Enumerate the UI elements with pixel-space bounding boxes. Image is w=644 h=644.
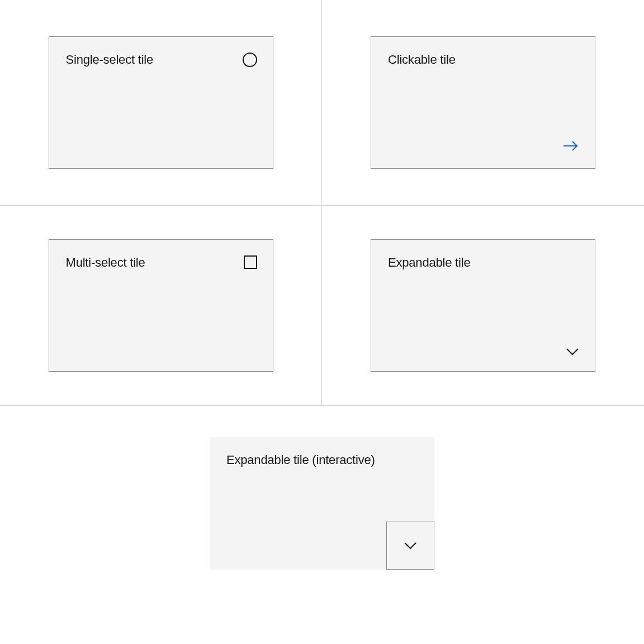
chevron-down-icon[interactable] bbox=[566, 348, 579, 356]
grid-cell: Multi-select tile bbox=[0, 206, 322, 406]
tile-title: Multi-select tile bbox=[66, 255, 256, 270]
expand-button[interactable] bbox=[386, 522, 434, 570]
tile-title: Clickable tile bbox=[388, 53, 578, 67]
checkbox-icon[interactable] bbox=[244, 255, 257, 269]
tile-title: Single-select tile bbox=[66, 53, 256, 67]
expandable-interactive-tile[interactable]: Expandable tile (interactive) bbox=[210, 437, 434, 570]
arrow-right-icon bbox=[562, 139, 579, 153]
grid-cell: Expandable tile bbox=[322, 206, 644, 406]
tile-title: Expandable tile bbox=[388, 255, 578, 270]
grid-cell: Single-select tile bbox=[0, 0, 322, 206]
single-select-tile[interactable]: Single-select tile bbox=[49, 36, 273, 169]
tile-grid: Single-select tile Clickable tile Multi-… bbox=[0, 0, 644, 406]
multi-select-tile[interactable]: Multi-select tile bbox=[49, 239, 273, 372]
tile-title: Expandable tile (interactive) bbox=[226, 453, 418, 467]
grid-cell: Clickable tile bbox=[322, 0, 644, 206]
bottom-section: Expandable tile (interactive) bbox=[0, 406, 644, 570]
clickable-tile[interactable]: Clickable tile bbox=[371, 36, 595, 169]
radio-icon[interactable] bbox=[243, 53, 257, 67]
chevron-down-icon bbox=[404, 542, 417, 550]
expandable-tile[interactable]: Expandable tile bbox=[371, 239, 595, 372]
